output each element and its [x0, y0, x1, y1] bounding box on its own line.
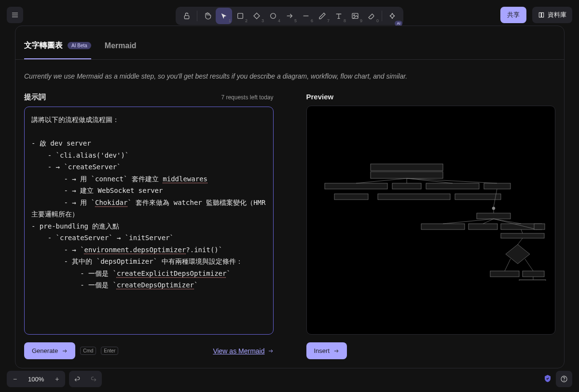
tool-shortcut: 8 [344, 18, 346, 23]
svg-rect-25 [484, 183, 510, 189]
tool-line[interactable]: 6 [298, 8, 314, 24]
arrow-right-icon [62, 348, 68, 354]
tool-shortcut: 2 [245, 18, 248, 23]
zoom-in-button[interactable]: + [49, 371, 65, 387]
svg-line-15 [392, 14, 394, 16]
svg-line-46 [521, 230, 523, 233]
prompt-title: 提示詞 [24, 93, 46, 102]
undo-redo-controls [69, 371, 102, 387]
svg-rect-23 [392, 183, 421, 189]
insert-label: Insert [314, 347, 330, 354]
tool-image[interactable]: 9 [347, 8, 363, 24]
flowchart-preview [315, 160, 547, 281]
generate-label: Generate [32, 347, 58, 354]
tool-diamond[interactable]: 3 [248, 8, 265, 24]
tool-shortcut: 4 [278, 18, 280, 23]
svg-point-56 [564, 380, 565, 381]
shield-icon[interactable] [543, 374, 552, 384]
tool-hand[interactable] [199, 8, 216, 24]
tool-shortcut: 7 [327, 18, 330, 23]
tab-label: 文字轉圖表 [24, 41, 63, 51]
svg-rect-22 [325, 183, 387, 189]
svg-rect-35 [477, 213, 510, 219]
svg-rect-44 [534, 224, 545, 230]
view-mermaid-label: View as Mermaid [213, 347, 264, 355]
tool-draw[interactable]: 7 [314, 8, 331, 24]
tool-shortcut: 5 [294, 18, 297, 23]
svg-rect-20 [371, 164, 443, 171]
tab-label: Mermaid [105, 41, 137, 50]
tool-lock[interactable] [179, 8, 195, 24]
tool-text[interactable]: 8 [331, 8, 347, 24]
tool-shortcut: 3 [262, 18, 264, 23]
tool-rectangle[interactable]: 2 [232, 8, 248, 24]
svg-rect-3 [184, 15, 189, 19]
prompt-input[interactable]: 講將以下的流程做成流程圖： - 啟 dev server - `cli.alia… [24, 107, 274, 335]
preview-canvas[interactable] [306, 106, 556, 335]
tab-text-to-diagram[interactable]: 文字轉圖表 AI Beta [24, 26, 91, 59]
view-as-mermaid-link[interactable]: View as Mermaid [213, 347, 273, 355]
text-to-diagram-panel: 文字轉圖表 AI Beta Mermaid Currently we use M… [15, 26, 565, 368]
arrow-right-icon [333, 348, 339, 354]
tool-selection[interactable]: 1 [216, 8, 232, 24]
kbd-enter: Enter [101, 347, 118, 355]
svg-rect-45 [501, 233, 544, 238]
tab-bar: 文字轉圖表 AI Beta Mermaid [15, 26, 564, 60]
tool-arrow[interactable]: 5 [281, 8, 298, 24]
undo-button[interactable] [69, 371, 85, 387]
svg-rect-28 [455, 194, 501, 200]
tool-eraser[interactable]: 0 [363, 8, 380, 24]
svg-line-17 [392, 16, 394, 18]
svg-point-33 [492, 207, 495, 210]
svg-rect-27 [378, 194, 450, 200]
svg-line-16 [390, 16, 392, 18]
help-button[interactable] [556, 371, 572, 387]
zoom-controls: − 100% + [7, 371, 65, 387]
book-icon [538, 12, 545, 18]
tool-shortcut: 6 [311, 18, 313, 23]
svg-line-50 [505, 259, 510, 271]
redo-button[interactable] [85, 371, 102, 387]
main-toolbar: 1 2 3 4 5 6 7 8 9 0 AI [176, 7, 403, 25]
share-button[interactable]: 共享 [500, 7, 526, 23]
toolbar-divider [197, 11, 197, 21]
svg-rect-48 [490, 271, 519, 277]
insert-button[interactable]: Insert [306, 342, 347, 359]
tool-shortcut: 9 [360, 18, 362, 23]
toolbar-divider [382, 11, 382, 21]
svg-line-40 [443, 219, 494, 224]
svg-rect-24 [426, 183, 479, 189]
main-menu-button[interactable] [7, 7, 23, 23]
tool-ellipse[interactable]: 4 [265, 8, 281, 24]
svg-line-51 [525, 259, 533, 271]
library-button[interactable]: 資料庫 [532, 7, 572, 23]
quota-text: 7 requests left today [221, 94, 273, 101]
hint-text: Currently we use Mermaid as a middle ste… [15, 60, 564, 80]
tab-mermaid[interactable]: Mermaid [105, 26, 137, 59]
svg-rect-4 [238, 14, 243, 19]
svg-line-31 [407, 178, 453, 183]
arrow-right-icon [268, 348, 274, 354]
tool-shortcut: 1 [229, 18, 231, 23]
library-label: 資料庫 [548, 11, 566, 19]
svg-rect-37 [421, 224, 465, 230]
preview-title: Preview [306, 93, 334, 101]
tool-shortcut: 0 [376, 18, 379, 23]
ai-beta-badge: AI Beta [68, 42, 91, 49]
svg-line-29 [356, 178, 407, 183]
kbd-cmd: Cmd [80, 347, 96, 355]
svg-rect-49 [523, 271, 544, 277]
zoom-out-button[interactable]: − [7, 371, 23, 387]
svg-line-47 [518, 238, 523, 244]
svg-line-42 [494, 219, 521, 224]
svg-rect-38 [469, 224, 497, 230]
svg-rect-26 [334, 194, 368, 200]
svg-line-14 [390, 14, 392, 16]
svg-line-32 [407, 178, 497, 183]
generate-button[interactable]: Generate [24, 342, 75, 359]
zoom-level[interactable]: 100% [23, 376, 49, 383]
tool-more[interactable]: AI [384, 8, 400, 24]
svg-point-9 [354, 14, 355, 16]
svg-rect-52 [519, 280, 546, 281]
svg-rect-21 [371, 172, 443, 178]
